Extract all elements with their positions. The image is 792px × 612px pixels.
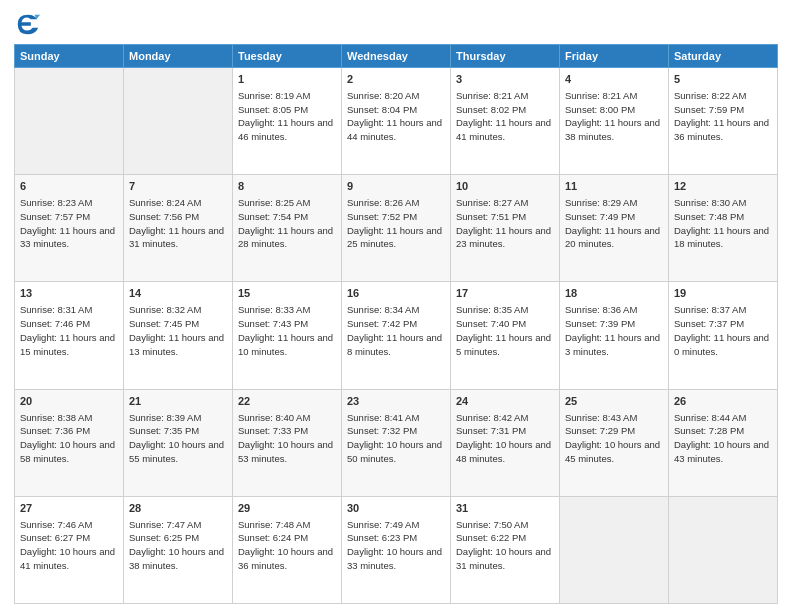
empty-cell <box>15 68 124 175</box>
sunrise-text: Sunrise: 8:21 AM <box>456 90 528 101</box>
logo-icon <box>14 10 42 38</box>
day-cell-8: 8Sunrise: 8:25 AMSunset: 7:54 PMDaylight… <box>233 175 342 282</box>
sunrise-text: Sunrise: 8:27 AM <box>456 197 528 208</box>
sunset-text: Sunset: 7:28 PM <box>674 425 744 436</box>
sunrise-text: Sunrise: 7:50 AM <box>456 519 528 530</box>
header-day-wednesday: Wednesday <box>342 45 451 68</box>
day-cell-18: 18Sunrise: 8:36 AMSunset: 7:39 PMDayligh… <box>560 282 669 389</box>
sunset-text: Sunset: 6:25 PM <box>129 532 199 543</box>
sunset-text: Sunset: 7:37 PM <box>674 318 744 329</box>
day-cell-2: 2Sunrise: 8:20 AMSunset: 8:04 PMDaylight… <box>342 68 451 175</box>
daylight-text: Daylight: 11 hours and 23 minutes. <box>456 225 551 250</box>
day-number: 11 <box>565 179 663 195</box>
sunset-text: Sunset: 7:43 PM <box>238 318 308 329</box>
day-number: 9 <box>347 179 445 195</box>
sunset-text: Sunset: 7:56 PM <box>129 211 199 222</box>
header-row: SundayMondayTuesdayWednesdayThursdayFrid… <box>15 45 778 68</box>
sunrise-text: Sunrise: 8:43 AM <box>565 412 637 423</box>
sunset-text: Sunset: 7:46 PM <box>20 318 90 329</box>
day-number: 19 <box>674 286 772 302</box>
daylight-text: Daylight: 11 hours and 25 minutes. <box>347 225 442 250</box>
daylight-text: Daylight: 11 hours and 10 minutes. <box>238 332 333 357</box>
day-cell-10: 10Sunrise: 8:27 AMSunset: 7:51 PMDayligh… <box>451 175 560 282</box>
day-cell-29: 29Sunrise: 7:48 AMSunset: 6:24 PMDayligh… <box>233 496 342 603</box>
day-cell-25: 25Sunrise: 8:43 AMSunset: 7:29 PMDayligh… <box>560 389 669 496</box>
sunset-text: Sunset: 8:02 PM <box>456 104 526 115</box>
calendar-header: SundayMondayTuesdayWednesdayThursdayFrid… <box>15 45 778 68</box>
sunset-text: Sunset: 7:31 PM <box>456 425 526 436</box>
sunset-text: Sunset: 7:33 PM <box>238 425 308 436</box>
daylight-text: Daylight: 11 hours and 13 minutes. <box>129 332 224 357</box>
daylight-text: Daylight: 10 hours and 45 minutes. <box>565 439 660 464</box>
day-cell-17: 17Sunrise: 8:35 AMSunset: 7:40 PMDayligh… <box>451 282 560 389</box>
sunrise-text: Sunrise: 8:40 AM <box>238 412 310 423</box>
day-number: 28 <box>129 501 227 517</box>
daylight-text: Daylight: 11 hours and 15 minutes. <box>20 332 115 357</box>
daylight-text: Daylight: 11 hours and 28 minutes. <box>238 225 333 250</box>
day-cell-13: 13Sunrise: 8:31 AMSunset: 7:46 PMDayligh… <box>15 282 124 389</box>
day-number: 16 <box>347 286 445 302</box>
day-cell-31: 31Sunrise: 7:50 AMSunset: 6:22 PMDayligh… <box>451 496 560 603</box>
day-number: 26 <box>674 394 772 410</box>
sunset-text: Sunset: 6:22 PM <box>456 532 526 543</box>
sunset-text: Sunset: 7:57 PM <box>20 211 90 222</box>
sunrise-text: Sunrise: 8:26 AM <box>347 197 419 208</box>
day-number: 20 <box>20 394 118 410</box>
sunset-text: Sunset: 7:39 PM <box>565 318 635 329</box>
sunset-text: Sunset: 7:29 PM <box>565 425 635 436</box>
day-number: 2 <box>347 72 445 88</box>
week-row-4: 20Sunrise: 8:38 AMSunset: 7:36 PMDayligh… <box>15 389 778 496</box>
sunset-text: Sunset: 7:35 PM <box>129 425 199 436</box>
day-number: 12 <box>674 179 772 195</box>
day-cell-9: 9Sunrise: 8:26 AMSunset: 7:52 PMDaylight… <box>342 175 451 282</box>
header-day-sunday: Sunday <box>15 45 124 68</box>
day-number: 6 <box>20 179 118 195</box>
sunrise-text: Sunrise: 8:19 AM <box>238 90 310 101</box>
day-cell-3: 3Sunrise: 8:21 AMSunset: 8:02 PMDaylight… <box>451 68 560 175</box>
day-cell-11: 11Sunrise: 8:29 AMSunset: 7:49 PMDayligh… <box>560 175 669 282</box>
sunset-text: Sunset: 6:27 PM <box>20 532 90 543</box>
sunset-text: Sunset: 8:00 PM <box>565 104 635 115</box>
daylight-text: Daylight: 10 hours and 55 minutes. <box>129 439 224 464</box>
day-cell-19: 19Sunrise: 8:37 AMSunset: 7:37 PMDayligh… <box>669 282 778 389</box>
day-number: 8 <box>238 179 336 195</box>
day-number: 21 <box>129 394 227 410</box>
sunrise-text: Sunrise: 8:42 AM <box>456 412 528 423</box>
daylight-text: Daylight: 10 hours and 48 minutes. <box>456 439 551 464</box>
daylight-text: Daylight: 11 hours and 41 minutes. <box>456 117 551 142</box>
header <box>14 10 778 38</box>
day-number: 10 <box>456 179 554 195</box>
sunrise-text: Sunrise: 8:34 AM <box>347 304 419 315</box>
sunset-text: Sunset: 7:40 PM <box>456 318 526 329</box>
sunrise-text: Sunrise: 8:37 AM <box>674 304 746 315</box>
sunrise-text: Sunrise: 8:36 AM <box>565 304 637 315</box>
sunset-text: Sunset: 7:42 PM <box>347 318 417 329</box>
day-number: 27 <box>20 501 118 517</box>
page: SundayMondayTuesdayWednesdayThursdayFrid… <box>0 0 792 612</box>
day-number: 30 <box>347 501 445 517</box>
day-cell-28: 28Sunrise: 7:47 AMSunset: 6:25 PMDayligh… <box>124 496 233 603</box>
sunrise-text: Sunrise: 7:48 AM <box>238 519 310 530</box>
week-row-3: 13Sunrise: 8:31 AMSunset: 7:46 PMDayligh… <box>15 282 778 389</box>
day-cell-12: 12Sunrise: 8:30 AMSunset: 7:48 PMDayligh… <box>669 175 778 282</box>
daylight-text: Daylight: 10 hours and 36 minutes. <box>238 546 333 571</box>
sunrise-text: Sunrise: 8:44 AM <box>674 412 746 423</box>
day-cell-16: 16Sunrise: 8:34 AMSunset: 7:42 PMDayligh… <box>342 282 451 389</box>
day-cell-14: 14Sunrise: 8:32 AMSunset: 7:45 PMDayligh… <box>124 282 233 389</box>
day-number: 17 <box>456 286 554 302</box>
sunrise-text: Sunrise: 8:23 AM <box>20 197 92 208</box>
sunset-text: Sunset: 8:04 PM <box>347 104 417 115</box>
day-cell-21: 21Sunrise: 8:39 AMSunset: 7:35 PMDayligh… <box>124 389 233 496</box>
sunrise-text: Sunrise: 8:32 AM <box>129 304 201 315</box>
daylight-text: Daylight: 11 hours and 33 minutes. <box>20 225 115 250</box>
day-number: 23 <box>347 394 445 410</box>
day-number: 22 <box>238 394 336 410</box>
sunset-text: Sunset: 7:52 PM <box>347 211 417 222</box>
day-number: 29 <box>238 501 336 517</box>
sunrise-text: Sunrise: 8:39 AM <box>129 412 201 423</box>
sunrise-text: Sunrise: 8:41 AM <box>347 412 419 423</box>
daylight-text: Daylight: 11 hours and 46 minutes. <box>238 117 333 142</box>
sunrise-text: Sunrise: 7:46 AM <box>20 519 92 530</box>
day-number: 15 <box>238 286 336 302</box>
sunrise-text: Sunrise: 8:31 AM <box>20 304 92 315</box>
